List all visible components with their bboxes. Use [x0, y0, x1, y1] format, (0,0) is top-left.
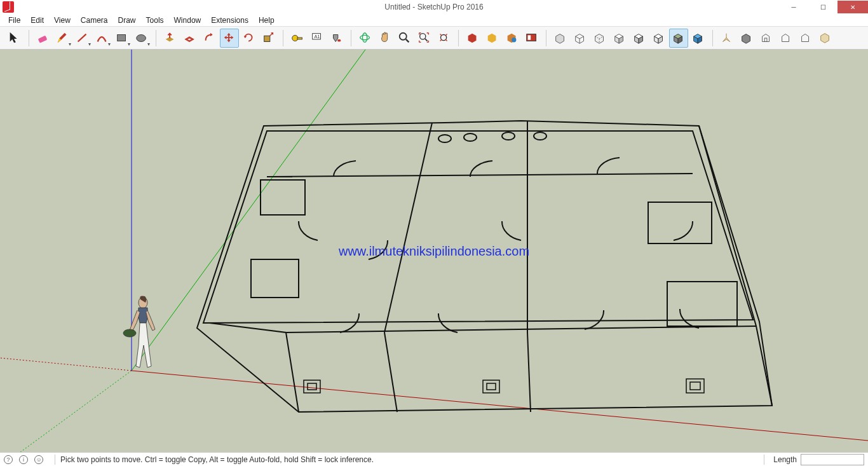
svg-point-5: [292, 35, 298, 41]
offset-tool[interactable]: [180, 29, 200, 48]
style-textured-icon[interactable]: [669, 29, 688, 48]
menu-tools[interactable]: Tools: [142, 15, 168, 26]
svg-rect-19: [528, 35, 531, 39]
info-icon[interactable]: i: [19, 455, 28, 464]
style-hidden-icon[interactable]: [590, 29, 609, 48]
view-right-icon[interactable]: [776, 29, 796, 48]
zoom-tool[interactable]: [395, 29, 414, 48]
pan-tool[interactable]: [376, 29, 395, 48]
svg-point-3: [137, 34, 146, 41]
separator: [764, 455, 764, 465]
followme-tool[interactable]: [200, 29, 219, 48]
svg-rect-33: [261, 180, 305, 215]
svg-point-48: [123, 329, 136, 337]
svg-rect-0: [38, 35, 48, 43]
menu-extensions[interactable]: Extensions: [207, 15, 253, 26]
svg-rect-6: [297, 38, 302, 39]
toolbar: A1: [0, 27, 868, 50]
svg-point-46: [534, 132, 546, 140]
pencil-tool[interactable]: [53, 29, 72, 48]
maximize-button[interactable]: ☐: [808, 1, 837, 13]
tape-tool[interactable]: [288, 29, 307, 48]
window-controls: ─ ☐ ✕: [779, 1, 868, 13]
extension-warehouse-tool[interactable]: [503, 29, 522, 48]
3dwarehouse-tool[interactable]: [463, 29, 482, 48]
view-back-icon[interactable]: [796, 29, 815, 48]
length-label: Length: [773, 455, 797, 464]
minimize-button[interactable]: ─: [779, 1, 808, 13]
svg-line-24: [0, 358, 132, 371]
menu-view[interactable]: View: [50, 15, 75, 26]
style-color-icon[interactable]: [689, 29, 708, 48]
view-top-icon[interactable]: [737, 29, 756, 48]
viewport-3d[interactable]: www.ilmutekniksipilindonesia.com: [0, 50, 868, 452]
separator: [712, 30, 713, 46]
user-icon[interactable]: ☺: [34, 455, 43, 464]
menu-camera[interactable]: Camera: [76, 15, 112, 26]
menu-file[interactable]: File: [4, 15, 25, 26]
svg-rect-35: [648, 202, 712, 243]
svg-line-1: [78, 34, 86, 41]
menu-draw[interactable]: Draw: [114, 15, 140, 26]
svg-line-13: [406, 39, 409, 42]
separator: [351, 30, 351, 46]
watermark-text: www.ilmutekniksipilindonesia.com: [339, 243, 529, 258]
text-tool[interactable]: A1: [308, 29, 327, 48]
menubar: File Edit View Camera Draw Tools Window …: [0, 14, 868, 27]
svg-line-26: [384, 123, 432, 332]
svg-line-29: [527, 332, 531, 412]
svg-line-21: [3, 371, 132, 452]
circle-tool[interactable]: [132, 29, 151, 48]
shape-tool[interactable]: [112, 29, 132, 48]
menu-help[interactable]: Help: [254, 15, 279, 26]
svg-rect-20: [764, 38, 767, 42]
style-xray-icon[interactable]: [551, 29, 570, 48]
app-icon: [3, 1, 14, 13]
svg-point-12: [400, 32, 407, 39]
separator: [156, 30, 156, 46]
style-shaded-icon[interactable]: [610, 29, 629, 48]
pushpull-tool[interactable]: [161, 29, 180, 48]
scale-tool[interactable]: [259, 29, 278, 48]
separator: [55, 455, 55, 465]
svg-rect-4: [264, 36, 270, 41]
svg-point-14: [420, 33, 426, 39]
zoom-extents-tool[interactable]: [415, 29, 434, 48]
status-hint: Pick two points to move. Ctrl = toggle C…: [60, 455, 374, 464]
view-front-icon[interactable]: [757, 29, 776, 48]
arc-tool[interactable]: [93, 29, 112, 48]
style-shaded2-icon[interactable]: [630, 29, 649, 48]
eraser-tool[interactable]: [34, 29, 53, 48]
length-input[interactable]: [801, 454, 864, 465]
separator: [29, 30, 29, 46]
move-tool[interactable]: [220, 29, 239, 48]
style-wireframe-icon[interactable]: [571, 29, 590, 48]
svg-point-44: [464, 134, 477, 141]
view-iso-icon[interactable]: [717, 29, 736, 48]
svg-rect-34: [251, 259, 299, 298]
close-button[interactable]: ✕: [837, 1, 868, 13]
svg-line-15: [425, 38, 428, 41]
svg-line-32: [267, 174, 693, 177]
svg-rect-2: [118, 34, 126, 41]
separator: [283, 30, 283, 46]
view-left-icon[interactable]: [816, 29, 835, 48]
orbit-tool[interactable]: [356, 29, 375, 48]
zoom-window-tool[interactable]: [435, 29, 454, 48]
separator: [546, 30, 546, 46]
svg-rect-37: [304, 380, 320, 393]
menu-edit[interactable]: Edit: [26, 15, 48, 26]
menu-window[interactable]: Window: [170, 15, 206, 26]
svg-rect-39: [483, 380, 499, 393]
titlebar: Untitled - SketchUp Pro 2016 ─ ☐ ✕: [0, 0, 868, 14]
select-tool[interactable]: [5, 29, 24, 48]
layers-tool[interactable]: [522, 29, 541, 48]
line-tool[interactable]: [73, 29, 92, 48]
style-mono-icon[interactable]: [649, 29, 668, 48]
svg-point-9: [337, 39, 341, 41]
help-icon[interactable]: ?: [4, 455, 13, 464]
3dwarehouse-share-tool[interactable]: [483, 29, 502, 48]
paint-tool[interactable]: [327, 29, 346, 48]
statusbar: ? i ☺ Pick two points to move. Ctrl = to…: [0, 452, 868, 466]
rotate-tool[interactable]: [240, 29, 259, 48]
